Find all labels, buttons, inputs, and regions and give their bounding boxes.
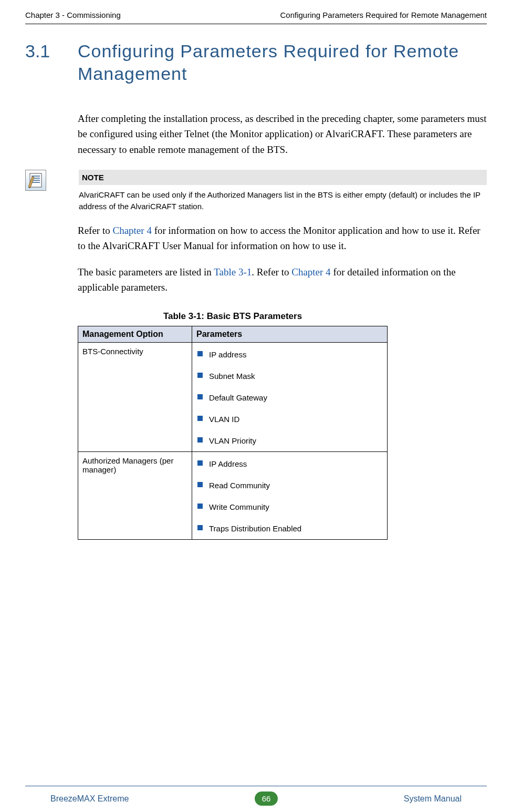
- link-chapter-4[interactable]: Chapter 4: [112, 225, 151, 236]
- link-table-3-1[interactable]: Table 3-1: [214, 266, 252, 277]
- text-fragment: The basic parameters are listed in: [78, 266, 214, 277]
- parameters-cell: IP Address Read Community Write Communit…: [192, 451, 388, 539]
- section-heading: 3.1 Configuring Parameters Required for …: [25, 40, 487, 85]
- list-item: Write Community: [196, 499, 383, 521]
- list-item: Default Gateway: [196, 390, 383, 412]
- note-block: NOTE AlvariCRAFT can be used only if the…: [25, 170, 487, 212]
- section-title: Configuring Parameters Required for Remo…: [78, 40, 487, 85]
- note-icon: [25, 170, 46, 191]
- management-option-cell: Authorized Managers (per manager): [78, 451, 192, 539]
- note-label: NOTE: [79, 170, 487, 185]
- intro-paragraph: After completing the installation proces…: [78, 111, 487, 157]
- list-item: Read Community: [196, 478, 383, 499]
- list-item: VLAN ID: [196, 412, 383, 433]
- running-header: Chapter 3 - Commissioning Configuring Pa…: [25, 11, 487, 24]
- text-fragment: . Refer to: [252, 266, 291, 277]
- management-option-cell: BTS-Connectivity: [78, 342, 192, 451]
- basic-bts-parameters-table: Management Option Parameters BTS-Connect…: [78, 326, 388, 540]
- refer-paragraph-2: The basic parameters are listed in Table…: [78, 264, 487, 295]
- list-item: Subnet Mask: [196, 368, 383, 390]
- page-footer: BreezeMAX Extreme 66 System Manual: [25, 786, 487, 806]
- list-item: Traps Distribution Enabled: [196, 521, 383, 535]
- header-right: Configuring Parameters Required for Remo…: [280, 11, 487, 19]
- page-number-badge: 66: [255, 792, 278, 806]
- link-chapter-4-b[interactable]: Chapter 4: [291, 266, 330, 277]
- list-item: VLAN Priority: [196, 433, 383, 447]
- note-text: AlvariCRAFT can be used only if the Auth…: [79, 189, 487, 212]
- table-caption: Table 3-1: Basic BTS Parameters: [78, 311, 388, 322]
- table-row: Authorized Managers (per manager) IP Add…: [78, 451, 388, 539]
- section-number: 3.1: [25, 40, 78, 61]
- table-row: BTS-Connectivity IP address Subnet Mask …: [78, 342, 388, 451]
- refer-paragraph-1: Refer to Chapter 4 for information on ho…: [78, 223, 487, 254]
- table-header-parameters: Parameters: [192, 326, 388, 342]
- footer-left: BreezeMAX Extreme: [50, 794, 129, 804]
- header-left: Chapter 3 - Commissioning: [25, 11, 121, 19]
- table-header-option: Management Option: [78, 326, 192, 342]
- parameters-cell: IP address Subnet Mask Default Gateway V…: [192, 342, 388, 451]
- list-item: IP address: [196, 347, 383, 368]
- list-item: IP Address: [196, 456, 383, 478]
- footer-right: System Manual: [404, 794, 462, 804]
- text-fragment: Refer to: [78, 225, 112, 236]
